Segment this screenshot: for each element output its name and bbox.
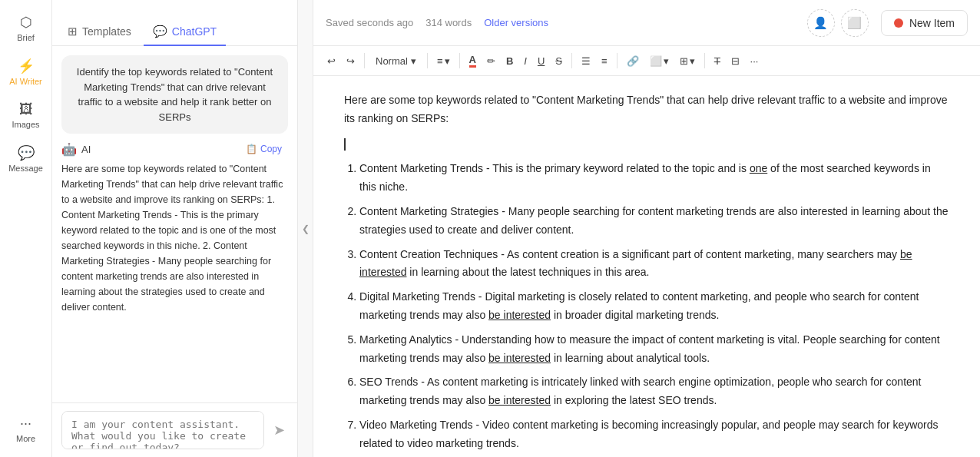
font-color-button[interactable]: A xyxy=(465,51,481,71)
message-icon: 💬 xyxy=(18,144,35,161)
editor-toolbar: ↩ ↪ Normal ▾ ≡ ▾ A ✏ B I U S xyxy=(313,46,980,76)
align-chevron-icon: ▾ xyxy=(445,55,450,67)
editor-intro: Here are some top keywords related to "C… xyxy=(344,91,949,128)
editor-area: Saved seconds ago 314 words Older versio… xyxy=(313,0,980,457)
ai-label: 🤖 AI xyxy=(61,142,91,157)
table-button[interactable]: ⊞ ▾ xyxy=(675,52,700,70)
link-button[interactable]: 🔗 xyxy=(622,52,644,70)
tab-templates[interactable]: ⊞ Templates xyxy=(58,18,141,46)
list-item: Content Marketing Strategies - Many peop… xyxy=(359,203,949,240)
toolbar-divider-4 xyxy=(571,53,572,68)
chat-messages: Identify the top keywords related to "Co… xyxy=(52,46,297,402)
bold-button[interactable]: B xyxy=(502,52,518,70)
bullet-list-button[interactable]: ☰ xyxy=(577,52,595,70)
chat-input-area: ➤ xyxy=(52,402,297,457)
toolbar-divider-1 xyxy=(364,53,365,68)
word-count: 314 words xyxy=(425,17,472,28)
more-toolbar-icon: ··· xyxy=(750,55,759,67)
ai-response-text: Here are some top keywords related to "C… xyxy=(61,161,288,315)
sidebar-item-ai-writer[interactable]: ⚡ AI Writer xyxy=(4,51,48,92)
toolbar-divider-2 xyxy=(427,53,428,68)
italic-button[interactable]: I xyxy=(519,52,531,70)
underlined-text: be interested xyxy=(359,248,912,279)
highlight-icon: ✏ xyxy=(487,55,495,67)
font-color-icon: A xyxy=(469,54,476,68)
link-icon: 🔗 xyxy=(627,55,639,67)
list-item: SEO Trends - As content marketing is int… xyxy=(359,373,949,410)
underlined-text: be interested xyxy=(488,394,551,406)
toolbar-divider-3 xyxy=(459,53,460,68)
sidebar-item-message[interactable]: 💬 Message xyxy=(4,138,48,179)
user-message: Identify the top keywords related to "Co… xyxy=(61,55,288,134)
save-status: Saved seconds ago xyxy=(326,17,413,28)
images-icon: 🖼 xyxy=(19,101,33,118)
sidebar-item-brief[interactable]: ⬡ Brief xyxy=(4,8,48,48)
chevron-down-icon: ▾ xyxy=(411,55,416,67)
bold-icon: B xyxy=(506,55,513,67)
editor-content[interactable]: Here are some top keywords related to "C… xyxy=(313,76,980,457)
copy-button[interactable]: 📋 Copy xyxy=(240,141,288,157)
sidebar-item-more[interactable]: ··· More xyxy=(4,409,48,449)
ordered-list-button[interactable]: ≡ xyxy=(597,52,612,70)
topbar-icons: 👤 ⬜ xyxy=(807,9,869,37)
underline-button[interactable]: U xyxy=(533,52,549,70)
ordered-list-icon: ≡ xyxy=(601,55,608,67)
templates-grid-icon: ⊞ xyxy=(68,25,78,38)
ai-writer-icon: ⚡ xyxy=(18,58,35,75)
strikethrough-button[interactable]: S xyxy=(551,52,567,70)
new-item-button[interactable]: New Item xyxy=(881,10,968,36)
align-button[interactable]: ≡ ▾ xyxy=(432,52,455,70)
strikethrough-icon: S xyxy=(555,55,562,67)
list-item: Content Creation Techniques - As content… xyxy=(359,246,949,283)
chatgpt-icon: 💬 xyxy=(153,25,167,38)
list-item: Digital Marketing Trends - Digital marke… xyxy=(359,288,949,325)
user-icon: 👤 xyxy=(813,16,828,30)
toolbar-divider-5 xyxy=(617,53,617,68)
clear-format-icon: T̶ xyxy=(714,55,720,67)
editor-cursor-line xyxy=(344,136,949,154)
underlined-text: be interested xyxy=(488,309,551,321)
image-icon: ⬜ xyxy=(650,55,662,67)
ai-message: 🤖 AI 📋 Copy Here are some top keywords r… xyxy=(61,141,288,315)
list-item: Video Marketing Trends - Video content m… xyxy=(359,416,949,453)
list-item: Content Marketing Trends - This is the p… xyxy=(359,160,949,197)
image-chevron-icon: ▾ xyxy=(664,55,669,67)
image-button[interactable]: ⬜ ▾ xyxy=(645,52,674,70)
undo-button[interactable]: ↩ xyxy=(323,52,340,70)
copy-icon: 📋 xyxy=(246,144,257,154)
style-select[interactable]: Normal ▾ xyxy=(369,52,422,70)
panel-collapse-handle[interactable]: ❮ xyxy=(298,0,313,457)
user-icon-button[interactable]: 👤 xyxy=(807,9,835,37)
chat-input[interactable] xyxy=(61,411,264,449)
ai-message-header: 🤖 AI 📋 Copy xyxy=(61,141,288,157)
table-icon: ⊞ xyxy=(680,55,688,67)
keyword-list: Content Marketing Trends - This is the p… xyxy=(344,160,949,457)
tab-chatgpt[interactable]: 💬 ChatGPT xyxy=(144,18,226,46)
indent-button[interactable]: ⊟ xyxy=(727,52,744,70)
underline-icon: U xyxy=(538,55,545,67)
brief-icon: ⬡ xyxy=(20,14,32,31)
editor-topbar: Saved seconds ago 314 words Older versio… xyxy=(313,0,980,46)
send-button[interactable]: ➤ xyxy=(270,419,288,442)
underlined-text: one xyxy=(750,162,767,174)
redo-button[interactable]: ↪ xyxy=(342,52,359,70)
italic-icon: I xyxy=(524,55,527,67)
sidebar-item-images[interactable]: 🖼 Images xyxy=(4,95,48,135)
highlight-button[interactable]: ✏ xyxy=(482,52,500,70)
list-item: Marketing Analytics - Understanding how … xyxy=(359,331,949,368)
panel-tabs: ⊞ Templates 💬 ChatGPT xyxy=(52,0,297,46)
chevron-left-icon: ❮ xyxy=(302,224,310,234)
align-icon: ≡ xyxy=(437,55,443,67)
older-versions-link[interactable]: Older versions xyxy=(484,17,548,28)
share-icon-button[interactable]: ⬜ xyxy=(841,9,869,37)
chat-panel: ⊞ Templates 💬 ChatGPT Identify the top k… xyxy=(52,0,298,457)
sidebar: ⬡ Brief ⚡ AI Writer 🖼 Images 💬 Message ·… xyxy=(0,0,52,457)
bullet-list-icon: ☰ xyxy=(581,55,591,67)
more-toolbar-button[interactable]: ··· xyxy=(746,52,763,70)
clear-format-button[interactable]: T̶ xyxy=(710,52,725,70)
underlined-text: be interested xyxy=(488,352,551,364)
table-chevron-icon: ▾ xyxy=(690,55,695,67)
more-icon: ··· xyxy=(20,416,31,432)
toolbar-divider-6 xyxy=(704,53,705,68)
share-icon: ⬜ xyxy=(847,16,862,30)
